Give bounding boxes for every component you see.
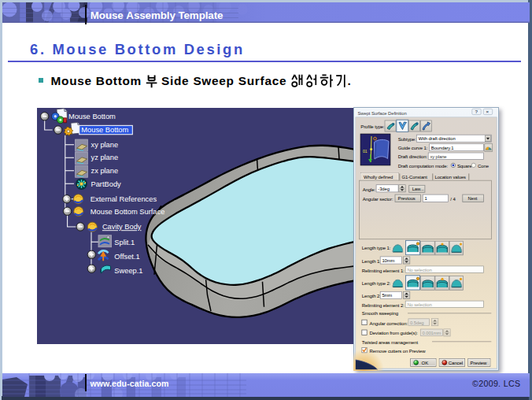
- svg-text:Relimiting element 2:: Relimiting element 2:: [362, 303, 405, 308]
- svg-text:Swept Surface Definition: Swept Surface Definition: [358, 111, 407, 116]
- svg-text:Smooth sweeping: Smooth sweeping: [362, 311, 398, 316]
- svg-text:?: ?: [475, 109, 478, 114]
- svg-text:Offset.1: Offset.1: [114, 252, 139, 260]
- svg-text:Sweep.1: Sweep.1: [114, 266, 142, 274]
- svg-text:Cancel: Cancel: [449, 361, 463, 365]
- svg-text:01: 01: [363, 149, 368, 154]
- svg-text:Angle:: Angle:: [363, 187, 376, 192]
- svg-text:Next: Next: [468, 196, 478, 201]
- svg-text:Square: Square: [457, 164, 473, 169]
- svg-text:PartBody: PartBody: [91, 180, 122, 187]
- svg-text:Length 1:: Length 1:: [362, 259, 382, 264]
- svg-text:Length type 2:: Length type 2:: [362, 281, 391, 286]
- svg-text:Remove cutters on Preview: Remove cutters on Preview: [370, 349, 427, 354]
- svg-text:Mouse Bottom: Mouse Bottom: [68, 112, 116, 120]
- svg-text:Law...: Law...: [412, 187, 424, 191]
- svg-text:Mouse Bottom Surface: Mouse Bottom Surface: [91, 208, 165, 216]
- svg-text:xy plane: xy plane: [430, 154, 447, 159]
- svg-text:Draft computation mode:: Draft computation mode:: [398, 164, 449, 169]
- svg-text:Twisted areas management: Twisted areas management: [362, 340, 419, 345]
- svg-text:Location values: Location values: [435, 175, 467, 180]
- svg-text:/ 4: / 4: [450, 197, 456, 202]
- svg-text:Deviation from guide(s):: Deviation from guide(s):: [370, 331, 419, 335]
- svg-text:Cone: Cone: [478, 164, 490, 169]
- svg-text:yz plane: yz plane: [91, 154, 119, 161]
- svg-text:Angular correction:: Angular correction:: [370, 321, 408, 326]
- svg-text:Profile type:: Profile type:: [360, 124, 385, 129]
- svg-text:0.5deg: 0.5deg: [410, 320, 423, 325]
- svg-text:Previous: Previous: [398, 196, 416, 201]
- svg-text:10mm: 10mm: [382, 258, 394, 263]
- svg-text:Length type 1:: Length type 1:: [362, 246, 391, 250]
- svg-text:No selection: No selection: [407, 268, 431, 272]
- svg-text:Split.1: Split.1: [114, 238, 135, 246]
- svg-text:Relimiting element 1:: Relimiting element 1:: [362, 269, 405, 273]
- svg-text:×: ×: [486, 109, 490, 114]
- svg-text:External References: External References: [91, 195, 157, 203]
- svg-text:G1-Constant: G1-Constant: [402, 175, 428, 180]
- svg-text:Wholly defined: Wholly defined: [364, 175, 393, 180]
- svg-text:Angular sector:: Angular sector:: [363, 197, 393, 202]
- svg-text:No selection: No selection: [407, 302, 431, 307]
- svg-text:Length 2:: Length 2:: [362, 294, 382, 298]
- svg-text:With draft direction: With draft direction: [419, 136, 456, 141]
- svg-text:Boundary.1: Boundary.1: [431, 146, 454, 150]
- svg-text:0.001mm: 0.001mm: [423, 331, 441, 335]
- svg-text:-3deg: -3deg: [378, 187, 390, 191]
- svg-text:Cavity Body: Cavity Body: [102, 223, 142, 231]
- svg-text:5mm: 5mm: [382, 293, 392, 298]
- svg-text:1: 1: [424, 196, 427, 201]
- svg-text:Subtype:: Subtype:: [398, 137, 416, 142]
- svg-text:zx plane: zx plane: [91, 166, 119, 174]
- svg-text:Guide curve 1:: Guide curve 1:: [398, 146, 428, 150]
- svg-text:Mouse Bottom: Mouse Bottom: [81, 126, 128, 134]
- svg-text:Draft direction:: Draft direction:: [398, 154, 428, 159]
- svg-text:xy plane: xy plane: [91, 140, 119, 148]
- svg-text:Preview: Preview: [471, 361, 487, 365]
- svg-text:OK: OK: [422, 361, 429, 365]
